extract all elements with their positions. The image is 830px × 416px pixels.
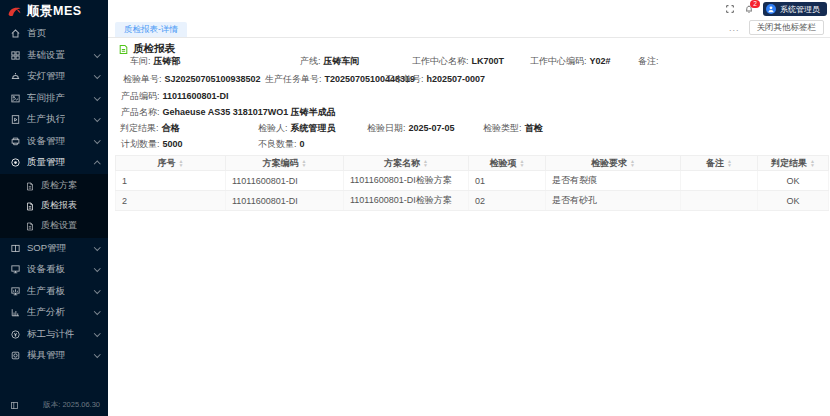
sidebar-subitem-label: 质检设置 xyxy=(41,219,77,232)
column-header-item[interactable]: 检验项▲▼ xyxy=(469,156,546,171)
column-header-remark[interactable]: 备注▲▼ xyxy=(681,156,758,171)
chevron-down-icon xyxy=(94,287,100,293)
sort-icon: ▲▼ xyxy=(179,159,184,167)
app-title: 顺景MES xyxy=(27,3,82,20)
avatar xyxy=(766,4,776,14)
sidebar-item-label: 设备看板 xyxy=(27,263,65,276)
analysis-icon xyxy=(10,307,21,318)
column-header-requirement[interactable]: 检验要求▲▼ xyxy=(546,156,681,171)
chevron-down-icon xyxy=(94,72,100,78)
chevron-down-icon xyxy=(94,137,100,143)
sidebar-subitem-inspection-settings[interactable]: 质检设置 xyxy=(0,216,108,236)
sort-icon: ▲▼ xyxy=(423,159,428,167)
field-product-code: 产品编码:11011600801-DI xyxy=(121,90,229,102)
topbar: 2 系统管理员 xyxy=(108,0,830,18)
report-detail-panel: 质检报表 车间:压铸部 产线:压铸车间 工作中心名称:LK700T 工作中心编码… xyxy=(108,38,830,416)
column-header-result[interactable]: 判定结果▲▼ xyxy=(758,156,829,171)
sidebar-item-equipment[interactable]: 设备管理 xyxy=(0,131,108,153)
sidebar-item-label: 首页 xyxy=(27,27,46,40)
close-other-tabs-button[interactable]: 关闭其他标签栏 xyxy=(749,20,825,35)
sidebar-item-label: 质量管理 xyxy=(27,156,65,169)
cell-remark xyxy=(681,191,758,211)
table-row[interactable]: 2 11011600801-DI 11011600801-DI检验方案 02 是… xyxy=(116,191,829,211)
sidebar-item-mold[interactable]: 模具管理 xyxy=(0,345,108,367)
column-header-plan-name[interactable]: 方案名称▲▼ xyxy=(344,156,469,171)
sidebar-item-sop[interactable]: SOP管理 xyxy=(0,238,108,260)
cell-plan-name: 11011600801-DI检验方案 xyxy=(344,191,469,211)
cell-plan-code: 11011600801-DI xyxy=(226,171,344,191)
field-plan-qty: 计划数量:5000 xyxy=(121,138,183,150)
sidebar-item-label: 生产看板 xyxy=(27,285,65,298)
sidebar-item-label: 生产分析 xyxy=(27,306,65,319)
app-logo[interactable]: 顺景MES xyxy=(0,0,108,23)
field-inspection-date: 检验日期:2025-07-05 xyxy=(367,122,455,134)
field-judge-result: 判定结果:合格 xyxy=(120,122,180,134)
home-icon xyxy=(10,28,21,39)
field-inspector: 检验人:系统管理员 xyxy=(258,122,336,134)
column-header-seq[interactable]: 序号▲▼ xyxy=(116,156,226,171)
sort-icon: ▲▼ xyxy=(302,159,307,167)
sidebar-item-andon[interactable]: 安灯管理 xyxy=(0,66,108,88)
settings-icon xyxy=(10,50,21,61)
sidebar-subitem-label: 质检方案 xyxy=(41,179,77,192)
sidebar-item-label: SOP管理 xyxy=(27,242,66,255)
field-product-name: 产品名称:Gehaeuse AS35 3181017WO1 压铸半成品 xyxy=(121,106,336,118)
sidebar-item-equipment-board[interactable]: 设备看板 xyxy=(0,259,108,281)
sidebar-item-production-analysis[interactable]: 生产分析 xyxy=(0,302,108,324)
tab-more-menu[interactable]: ... xyxy=(729,23,740,33)
piecework-icon xyxy=(10,329,21,340)
notification-badge: 2 xyxy=(750,0,760,8)
sidebar-item-label: 设备管理 xyxy=(27,135,65,148)
sidebar-item-label: 模具管理 xyxy=(27,349,65,362)
collapse-icon[interactable] xyxy=(10,401,19,410)
device-board-icon xyxy=(10,264,21,275)
chevron-down-icon xyxy=(94,351,100,357)
cell-item: 01 xyxy=(469,171,546,191)
field-remark: 备注: xyxy=(638,55,662,67)
sidebar-subitem-inspection-plan[interactable]: 质检方案 xyxy=(0,176,108,196)
cell-seq: 1 xyxy=(116,171,226,191)
sidebar-item-scheduling[interactable]: 车间排产 xyxy=(0,88,108,110)
sidebar-item-label: 生产执行 xyxy=(27,113,65,126)
user-menu[interactable]: 系统管理员 xyxy=(763,2,827,16)
quality-submenu: 质检方案 质检报表 质检设置 xyxy=(0,174,108,238)
table-header-row: 序号▲▼ 方案编码▲▼ 方案名称▲▼ 检验项▲▼ 检验要求▲▼ 备注▲▼ 判定结… xyxy=(116,156,829,171)
file-icon xyxy=(25,181,35,191)
field-work-order-no: 工令单号:h202507-0007 xyxy=(385,73,485,85)
tab-inspection-report-detail[interactable]: 质检报表-详情 xyxy=(115,22,187,37)
sidebar-item-label: 基础设置 xyxy=(27,49,65,62)
report-doc-icon xyxy=(118,44,129,55)
sidebar-item-production-board[interactable]: 生产看板 xyxy=(0,281,108,303)
chevron-down-icon xyxy=(94,330,100,336)
cell-item: 02 xyxy=(469,191,546,211)
sort-icon: ▲▼ xyxy=(727,159,732,167)
sort-icon: ▲▼ xyxy=(520,159,525,167)
sidebar-item-piecework[interactable]: 标工与计件 xyxy=(0,324,108,346)
mold-icon xyxy=(10,350,21,361)
cell-requirement: 是否有砂孔 xyxy=(546,191,681,211)
sidebar-item-label: 安灯管理 xyxy=(27,70,65,83)
notifications-bell[interactable]: 2 xyxy=(744,4,754,14)
sop-icon xyxy=(10,243,21,254)
chevron-up-icon xyxy=(94,161,100,167)
production-board-icon xyxy=(10,286,21,297)
sidebar-subitem-label: 质检报表 xyxy=(41,199,77,212)
sidebar-subitem-inspection-report[interactable]: 质检报表 xyxy=(0,196,108,216)
sidebar-item-home[interactable]: 首页 xyxy=(0,23,108,45)
cell-seq: 2 xyxy=(116,191,226,211)
field-workcenter-name: 工作中心名称:LK700T xyxy=(412,55,504,67)
table-row[interactable]: 1 11011600801-DI 11011600801-DI检验方案 01 是… xyxy=(116,171,829,191)
file-icon xyxy=(25,201,35,211)
andon-icon xyxy=(10,71,21,82)
username-label: 系统管理员 xyxy=(780,4,820,15)
fullscreen-icon[interactable] xyxy=(725,4,735,14)
field-workshop: 车间:压铸部 xyxy=(130,55,181,67)
sort-icon: ▲▼ xyxy=(810,159,815,167)
cell-result: OK xyxy=(758,171,829,191)
sidebar-item-production-exec[interactable]: 生产执行 xyxy=(0,109,108,131)
tab-bar: 质检报表-详情 ... 关闭其他标签栏 xyxy=(108,18,830,38)
column-header-plan-code[interactable]: 方案编码▲▼ xyxy=(226,156,344,171)
sidebar-item-base-settings[interactable]: 基础设置 xyxy=(0,45,108,67)
sidebar-item-label: 标工与计件 xyxy=(27,328,75,341)
sidebar-item-quality[interactable]: 质量管理 xyxy=(0,152,108,174)
